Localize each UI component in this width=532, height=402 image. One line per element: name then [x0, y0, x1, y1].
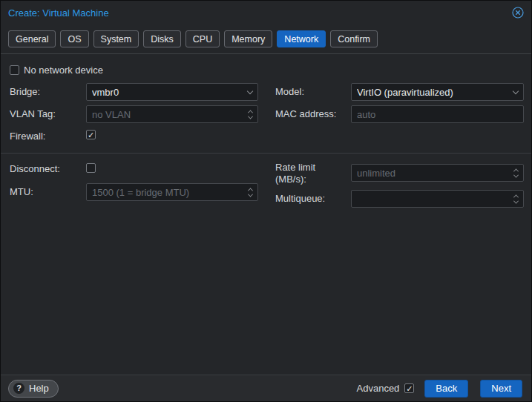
advanced-label: Advanced: [357, 383, 400, 395]
back-button[interactable]: Back: [424, 380, 468, 398]
spinner-down-icon[interactable]: [513, 198, 518, 203]
footer-actions: Advanced Back Next: [357, 380, 522, 398]
mtu-input[interactable]: [87, 184, 243, 200]
model-combobox[interactable]: [351, 83, 524, 101]
bridge-input[interactable]: [87, 84, 243, 100]
disconnect-label: Disconnect:: [10, 163, 60, 175]
firewall-checkbox[interactable]: [86, 130, 96, 139]
spinner-icons[interactable]: [508, 165, 523, 181]
mac-address-label: MAC address:: [275, 108, 336, 120]
tab-cpu[interactable]: CPU: [185, 30, 220, 47]
mtu-label: MTU:: [10, 186, 33, 198]
chevron-down-icon[interactable]: [508, 84, 523, 100]
bridge-combobox[interactable]: [86, 83, 258, 101]
help-button[interactable]: ? Help: [8, 380, 59, 398]
spinner-icons[interactable]: [243, 106, 257, 122]
disconnect-checkbox[interactable]: [86, 163, 96, 173]
chevron-down-icon[interactable]: [243, 84, 257, 100]
vlan-tag-label: VLAN Tag:: [10, 108, 56, 120]
footer: ? Help Advanced Back Next: [1, 375, 531, 401]
close-icon[interactable]: [512, 7, 524, 19]
spinner-down-icon[interactable]: [513, 172, 518, 177]
bridge-label: Bridge:: [10, 86, 40, 98]
tab-bar: General OS System Disks CPU Memory Netwo…: [8, 30, 378, 47]
titlebar: Create: Virtual Machine: [1, 1, 531, 24]
firewall-label: Firewall:: [10, 131, 45, 142]
spinner-down-icon[interactable]: [247, 113, 252, 119]
dialog-title: Create: Virtual Machine: [8, 7, 109, 19]
model-input[interactable]: [352, 84, 508, 100]
section-divider: [1, 153, 531, 154]
tab-general[interactable]: General: [8, 30, 56, 47]
vlan-tag-spinner[interactable]: [86, 105, 258, 123]
no-network-device-checkbox[interactable]: [10, 65, 19, 75]
create-vm-window: Create: Virtual Machine General OS Syste…: [0, 0, 532, 402]
rate-limit-input[interactable]: [352, 165, 508, 181]
question-icon: ?: [13, 383, 24, 394]
mac-address-input[interactable]: [352, 106, 523, 122]
spinner-down-icon[interactable]: [247, 191, 252, 197]
help-label: Help: [29, 383, 49, 394]
multiqueue-label: Multiqueue:: [275, 193, 325, 205]
tab-os[interactable]: OS: [60, 30, 88, 47]
mac-address-field[interactable]: [351, 105, 524, 123]
rate-limit-spinner[interactable]: [351, 164, 524, 182]
no-network-device-label: No network device: [24, 65, 103, 76]
tab-disks[interactable]: Disks: [143, 30, 181, 47]
advanced-checkbox[interactable]: [404, 383, 414, 393]
tab-confirm[interactable]: Confirm: [330, 30, 378, 47]
no-network-device-row: No network device: [10, 65, 103, 76]
tabbar-separator: [1, 53, 531, 54]
spinner-icons[interactable]: [508, 191, 523, 207]
mtu-spinner[interactable]: [86, 183, 258, 201]
next-button[interactable]: Next: [480, 380, 522, 398]
model-label: Model:: [275, 86, 304, 98]
vlan-tag-input[interactable]: [87, 106, 243, 122]
spinner-icons[interactable]: [243, 184, 257, 200]
tab-network[interactable]: Network: [277, 30, 326, 47]
tab-memory[interactable]: Memory: [224, 30, 272, 47]
multiqueue-spinner[interactable]: [351, 190, 524, 208]
tab-system[interactable]: System: [93, 30, 139, 47]
rate-limit-label: Rate limit (MB/s):: [275, 162, 347, 185]
multiqueue-input[interactable]: [352, 191, 508, 207]
